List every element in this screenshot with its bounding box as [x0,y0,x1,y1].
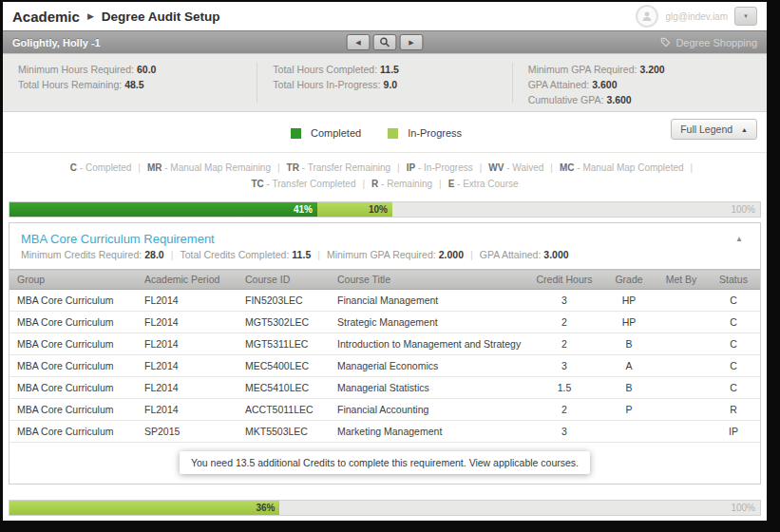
legend-line-2: TC - Transfer CompletedR - RemainingE - … [31,176,738,192]
requirement-header: MBA Core Curriculum Requirement ▲ [10,223,760,249]
completed-legend-label: Completed [311,127,361,139]
table-row: MBA Core CurriculumSP2015MKT5503LECMarke… [10,421,760,443]
progress-completed-segment: 41% [10,202,317,217]
summary-item: Cumulative GPA:3.600 [528,94,751,105]
summary-column-completed: Total Hours Completed:11.5 Total Hours I… [257,63,511,103]
legend-code: C - Completed [70,162,147,173]
requirement-stats: Minimum Credits Required:28.0Total Credi… [10,249,760,269]
legend-code: MR - Manual Map Remaining [147,162,287,173]
legend-code: R - Remaining [371,179,448,189]
bottom-progress-max-label: 100% [731,501,755,515]
column-header-status: Status [707,270,760,290]
summary-item: Total Hours Remaining:48.5 [18,79,241,90]
summary-column-hours: Minimum Hours Required:60.0 Total Hours … [3,63,257,103]
stat-item: Minimum Credits Required:28.0 [21,249,180,260]
legend-code: TC - Transfer Completed [251,179,371,189]
table-row: MBA Core CurriculumFL2014FIN5203LECFinan… [10,290,760,312]
progress-inprogress-label: 10% [369,204,388,215]
bottom-progress-inprogress-segment: 36% [10,501,279,515]
table-row: MBA Core CurriculumFL2014MGT5302LECStrat… [10,312,760,333]
legend-code: IP - In-Progress [407,162,489,173]
breadcrumb-root[interactable]: Academic [12,9,80,25]
full-legend-caret-icon: ▲ [741,126,748,133]
column-header-credits: Credit Hours [526,270,602,290]
table-row: MBA Core CurriculumFL2014ACCT5011LECFina… [10,399,760,421]
collapse-caret-icon: ▲ [735,235,743,243]
summary-column-gpa: Minimum GPA Required:3.200 GPA Attained:… [512,63,767,103]
column-header-period: Academic Period [137,270,238,290]
page-title: Degree Audit Setup [102,10,220,24]
user-email: glg@indev.iam [665,11,728,22]
column-header-group: Group [10,270,137,290]
app-window: Academic ▶ Degree Audit Setup glg@indev.… [3,2,767,521]
legend-code: E - Extra Course [448,179,519,189]
full-legend-button[interactable]: Full Legend ▲ [671,119,757,140]
next-student-button[interactable]: ▶ [400,34,424,50]
degree-shopping-button[interactable]: Degree Shopping [660,37,757,48]
degree-shopping-label: Degree Shopping [675,37,757,48]
column-header-grade: Grade [602,270,656,290]
progress-inprogress-segment: 10% [317,202,392,217]
requirement-title[interactable]: MBA Core Curriculum Requirement [21,232,215,246]
summary-item: Total Hours In-Progress:9.0 [273,79,496,90]
legend-row: Completed In-Progress Full Legend ▲ [3,121,767,145]
summary-item: Minimum Hours Required:60.0 [18,64,241,75]
summary-item: GPA Attained:3.600 [528,79,751,90]
user-menu-button[interactable]: ▼ [734,7,757,26]
next-arrow-icon: ▶ [409,39,413,47]
overall-progress-bar: 41% 10% 100% [9,201,761,218]
column-header-course-id: Course ID [238,270,330,290]
table-header-row: Group Academic Period Course ID Course T… [10,270,760,290]
user-menu-caret-icon: ▼ [743,13,749,19]
legend-code: TR - Transfer Remaining [287,162,407,173]
person-icon [641,10,653,22]
student-bar: Golightly, Holly -1 ◀ ▶ Degree Shopping [3,30,767,53]
stat-item: GPA Attained:3.000 [480,249,569,260]
breadcrumb-separator-icon: ▶ [87,11,94,21]
table-row: MBA Core CurriculumFL2014MEC5400LECManag… [10,355,760,377]
progress-completed-label: 41% [294,204,313,215]
column-header-title: Course Title [330,270,526,290]
table-row: MBA Core CurriculumFL2014MGT5311LECIntro… [10,333,760,355]
table-row: MBA Core CurriculumFL2014MEC5410LECManag… [10,377,760,399]
user-avatar[interactable] [636,5,658,28]
student-nav: ◀ ▶ [347,34,424,50]
bottom-progress-inprogress-label: 36% [256,503,275,513]
view-applicable-courses-link[interactable]: View applicable courses. [469,457,579,468]
student-name: Golightly, Holly -1 [12,37,101,48]
stat-item: Minimum GPA Required:2.000 [327,249,480,260]
degree-shopping-icon [660,37,671,48]
requirement-message-text: You need 13.5 additional Credits to comp… [191,457,466,468]
summary-item: Minimum GPA Required:3.200 [528,64,751,75]
top-header: Academic ▶ Degree Audit Setup glg@indev.… [3,2,767,30]
search-icon [380,37,390,48]
prev-arrow-icon: ◀ [355,39,360,47]
inprogress-legend-label: In-Progress [408,127,462,139]
column-header-met-by: Met By [656,270,707,290]
summary-panel: Minimum Hours Required:60.0 Total Hours … [3,53,767,112]
legend-code: MC - Manual Map Completed [560,162,699,173]
legend-code: WV - Waived [488,162,560,173]
prev-student-button[interactable]: ◀ [347,34,371,50]
requirement-card: MBA Core Curriculum Requirement ▲ Minimu… [9,222,761,484]
inprogress-swatch-icon [388,128,398,139]
requirement-collapse-button[interactable]: ▲ [730,234,749,244]
user-area: glg@indev.iam ▼ [636,5,757,28]
full-legend-label: Full Legend [680,124,732,135]
full-legend-codes: C - CompletedMR - Manual Map RemainingTR… [3,152,767,200]
requirement-message: You need 13.5 additional Credits to comp… [180,451,590,474]
completed-swatch-icon [291,128,301,139]
course-table: Group Academic Period Course ID Course T… [10,269,760,443]
next-requirement-progress-bar: 36% 100% [9,500,761,516]
summary-item: Total Hours Completed:11.5 [273,64,496,75]
progress-max-label: 100% [731,202,755,217]
student-search-button[interactable] [373,34,397,50]
legend-line-1: C - CompletedMR - Manual Map RemainingTR… [31,160,738,176]
stat-item: Total Credits Completed:11.5 [180,249,327,260]
